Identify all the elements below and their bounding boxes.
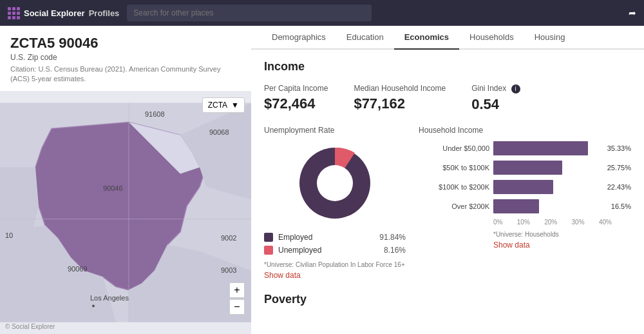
zcta-label: ZCTA <box>208 101 227 110</box>
bar-track <box>493 141 601 155</box>
unemployment-section: Unemployment Rate <box>264 126 406 280</box>
unemployment-universe-note: *Universe: Civilian Population In Labor … <box>264 261 406 268</box>
median-household-label: Median Household Income <box>354 84 446 93</box>
map-label-91608: 91608 <box>145 110 165 118</box>
bar-label: Under $50,000 <box>419 144 489 152</box>
place-citation: Citation: U.S. Census Bureau (2021). Ame… <box>10 64 241 84</box>
place-subtitle: U.S. Zip code <box>10 53 241 62</box>
poverty-section-title: Poverty <box>264 293 631 306</box>
profiles-link[interactable]: Profiles <box>89 8 120 18</box>
bar-pct-label: 35.33% <box>607 144 631 152</box>
top-navigation: Social Explorer Profiles ➦ <box>0 0 644 26</box>
employed-legend-item: Employed 91.84% <box>264 233 406 242</box>
tab-education[interactable]: Education <box>336 26 394 50</box>
employed-label: Employed <box>278 233 312 242</box>
per-capita-income: Per Capita Income $72,464 <box>264 84 328 113</box>
unemployment-chart-label: Unemployment Rate <box>264 126 406 135</box>
zoom-out-button[interactable]: − <box>229 299 245 315</box>
content-area: Income Per Capita Income $72,464 Median … <box>251 50 644 334</box>
map-label-10: 10 <box>5 231 13 239</box>
map-label-9002: 9002 <box>221 234 236 242</box>
logo-grid-icon <box>8 7 20 19</box>
tab-housing[interactable]: Housing <box>524 26 576 50</box>
search-input[interactable] <box>127 5 372 21</box>
unemployment-legend: Employed 91.84% Unemployed 8.16% <box>264 233 406 255</box>
bar-track <box>493 180 601 194</box>
left-panel: ZCTA5 90046 U.S. Zip code Citation: U.S.… <box>0 26 251 334</box>
employed-color-swatch <box>264 233 273 242</box>
gini-index: Gini Index i 0.54 <box>471 84 520 113</box>
tab-households[interactable]: Households <box>459 26 524 50</box>
gini-value: 0.54 <box>471 96 520 113</box>
map-label-90046: 90046 <box>103 184 123 192</box>
zcta-selector[interactable]: ZCTA ▼ <box>202 97 245 113</box>
median-household-income: Median Household Income $77,162 <box>354 84 446 113</box>
svg-point-3 <box>92 304 95 307</box>
place-info: ZCTA5 90046 U.S. Zip code Citation: U.S.… <box>0 26 251 91</box>
pie-chart-wrapper <box>264 141 406 225</box>
unemployed-color-swatch <box>264 246 273 255</box>
map-label-9003: 9003 <box>221 266 236 274</box>
income-metrics-row: Per Capita Income $72,464 Median Househo… <box>264 84 631 113</box>
axis-30: 30% <box>572 219 585 226</box>
tabs-bar: Demographics Education Economics Househo… <box>251 26 644 50</box>
bar-fill <box>493 161 562 175</box>
svg-point-5 <box>317 165 353 201</box>
bar-label: $50K to $100K <box>419 164 489 172</box>
pie-chart <box>293 141 377 225</box>
map-label-90069: 90069 <box>68 265 88 273</box>
axis-0: 0% <box>493 219 502 226</box>
share-button[interactable]: ➦ <box>629 8 636 18</box>
bar-fill <box>493 141 588 155</box>
household-universe-note: *Universe: Households <box>493 231 631 238</box>
bar-row: Over $200K16.5% <box>419 199 631 213</box>
household-chart-label: Household Income <box>419 126 631 135</box>
bar-pct-label: 16.5% <box>611 202 631 210</box>
axis-40: 40% <box>599 219 612 226</box>
bar-pct-label: 22.43% <box>607 183 631 191</box>
gini-label: Gini Index i <box>471 84 520 93</box>
map-label-90068: 90068 <box>209 128 229 136</box>
household-show-data[interactable]: Show data <box>493 241 631 250</box>
bar-track <box>493 161 601 175</box>
unemployed-label: Unemployed <box>278 246 321 255</box>
map-container: ZCTA ▼ 91608 90068 90046 10 9002 90069 9… <box>0 91 251 334</box>
bar-row: Under $50,00035.33% <box>419 141 631 155</box>
right-panel: Demographics Education Economics Househo… <box>251 26 644 334</box>
zcta-chevron-icon: ▼ <box>231 101 239 110</box>
median-household-value: $77,162 <box>354 95 446 112</box>
logo: Social Explorer Profiles <box>8 7 119 19</box>
bar-fill <box>493 199 539 213</box>
income-section-title: Income <box>264 60 631 74</box>
axis-10: 10% <box>517 219 530 226</box>
tab-economics[interactable]: Economics <box>394 26 459 50</box>
map-zoom-controls: + − <box>229 282 245 315</box>
charts-row: Unemployment Rate <box>264 126 631 280</box>
tab-demographics[interactable]: Demographics <box>261 26 336 50</box>
bar-chart-container: Under $50,00035.33%$50K to $100K25.75%$1… <box>419 141 631 213</box>
axis-labels-row: 0% 10% 20% 30% 40% <box>493 219 631 226</box>
gini-info-icon[interactable]: i <box>511 84 520 93</box>
zoom-in-button[interactable]: + <box>229 282 245 298</box>
unemployed-pct: 8.16% <box>384 246 406 255</box>
bar-row: $50K to $100K25.75% <box>419 161 631 175</box>
unemployment-show-data[interactable]: Show data <box>264 271 406 280</box>
bar-pct-label: 25.75% <box>607 164 631 172</box>
household-income-section: Household Income Under $50,00035.33%$50K… <box>419 126 631 250</box>
unemployed-legend-item: Unemployed 8.16% <box>264 246 406 255</box>
map-label-losangeles: Los Angeles <box>90 294 129 302</box>
bar-row: $100K to $200K22.43% <box>419 180 631 194</box>
brand-name: Social Explorer <box>24 8 85 18</box>
bar-label: $100K to $200K <box>419 183 489 191</box>
main-layout: ZCTA5 90046 U.S. Zip code Citation: U.S.… <box>0 26 644 334</box>
watermark: © Social Explorer <box>5 323 55 330</box>
place-title: ZCTA5 90046 <box>10 35 241 52</box>
per-capita-label: Per Capita Income <box>264 84 328 93</box>
axis-20: 20% <box>544 219 557 226</box>
bar-track <box>493 199 605 213</box>
bar-label: Over $200K <box>419 202 489 210</box>
bar-fill <box>493 180 553 194</box>
per-capita-value: $72,464 <box>264 95 328 112</box>
employed-pct: 91.84% <box>379 233 406 242</box>
